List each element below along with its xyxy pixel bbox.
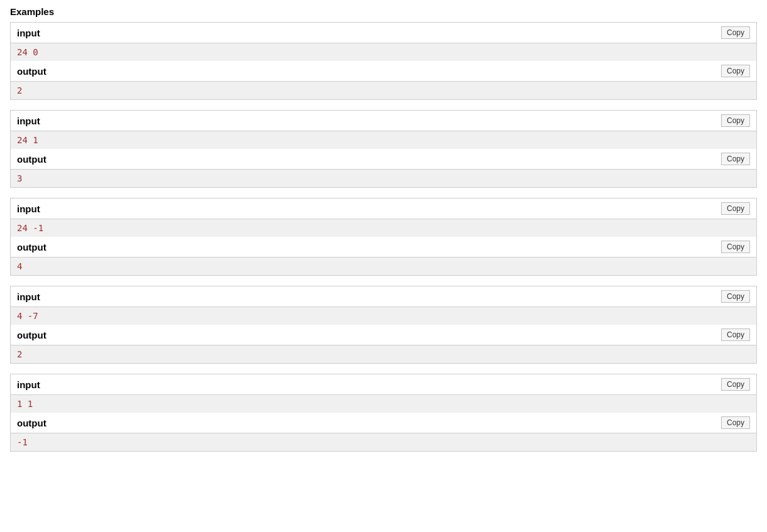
output-header-3: output Copy <box>11 237 756 258</box>
copy-input-button-1[interactable]: Copy <box>721 26 750 39</box>
copy-input-button-4[interactable]: Copy <box>721 290 750 303</box>
copy-output-button-3[interactable]: Copy <box>721 241 750 253</box>
output-header-4: output Copy <box>11 325 756 345</box>
page-title: Examples <box>10 6 757 17</box>
output-header-1: output Copy <box>11 61 756 82</box>
output-value-2: 3 <box>11 170 756 187</box>
example-block-2: input Copy 24 1 output Copy 3 <box>10 110 757 188</box>
input-value-5: 1 1 <box>11 395 756 413</box>
input-label-3: input <box>17 204 40 214</box>
input-header-1: input Copy <box>11 23 756 43</box>
copy-input-button-5[interactable]: Copy <box>721 378 750 391</box>
copy-input-button-3[interactable]: Copy <box>721 202 750 215</box>
input-label-5: input <box>17 379 40 390</box>
input-header-3: input Copy <box>11 198 756 219</box>
example-block-4: input Copy 4 -7 output Copy 2 <box>10 286 757 364</box>
input-value-2: 24 1 <box>11 131 756 149</box>
output-value-4: 2 <box>11 345 756 363</box>
output-label-4: output <box>17 330 47 340</box>
copy-output-button-4[interactable]: Copy <box>721 328 750 341</box>
example-block-5: input Copy 1 1 output Copy -1 <box>10 374 757 452</box>
input-value-1: 24 0 <box>11 43 756 61</box>
input-value-3: 24 -1 <box>11 219 756 237</box>
examples-container: input Copy 24 0 output Copy 2 input Copy… <box>10 22 757 452</box>
input-label-2: input <box>17 116 40 126</box>
output-label-1: output <box>17 66 47 77</box>
input-value-4: 4 -7 <box>11 307 756 325</box>
copy-output-button-1[interactable]: Copy <box>721 65 750 77</box>
output-value-1: 2 <box>11 82 756 99</box>
example-block-3: input Copy 24 -1 output Copy 4 <box>10 198 757 276</box>
copy-output-button-5[interactable]: Copy <box>721 416 750 429</box>
output-label-5: output <box>17 418 47 428</box>
output-label-2: output <box>17 154 47 165</box>
example-block-1: input Copy 24 0 output Copy 2 <box>10 22 757 100</box>
output-value-3: 4 <box>11 258 756 275</box>
input-header-4: input Copy <box>11 286 756 307</box>
copy-output-button-2[interactable]: Copy <box>721 153 750 165</box>
copy-input-button-2[interactable]: Copy <box>721 114 750 127</box>
output-label-3: output <box>17 242 47 252</box>
input-header-5: input Copy <box>11 374 756 395</box>
output-value-5: -1 <box>11 433 756 451</box>
output-header-5: output Copy <box>11 413 756 433</box>
input-label-4: input <box>17 291 40 302</box>
input-header-2: input Copy <box>11 111 756 131</box>
output-header-2: output Copy <box>11 149 756 170</box>
input-label-1: input <box>17 28 40 38</box>
